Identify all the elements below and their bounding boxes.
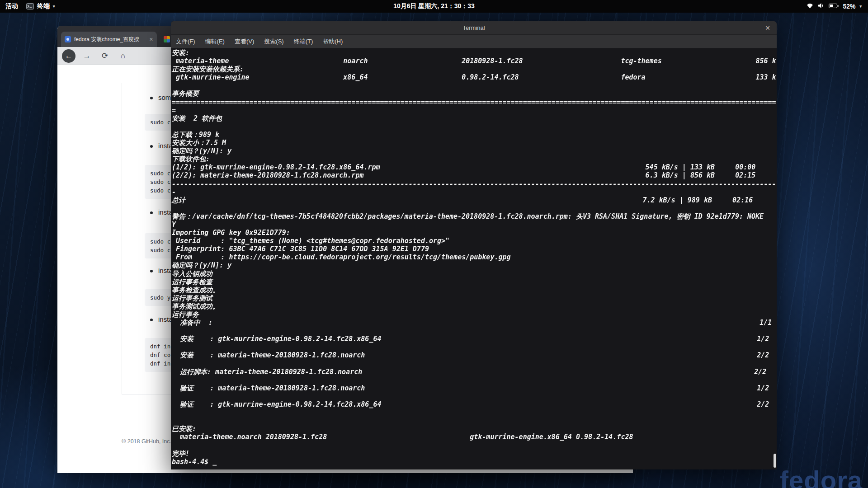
terminal-line: 安装 : materia-theme-20180928-1.fc28.noarc…	[172, 351, 776, 359]
terminal-line: 运行脚本: materia-theme-20180928-1.fc28.noar…	[172, 368, 776, 376]
bullet-icon	[150, 270, 153, 272]
terminal-line: 已安装:	[172, 425, 776, 433]
terminal-line	[172, 327, 776, 335]
top-bar: 活动 终端 ▾ 10月6日 星期六, 21：30：33 52% ▾	[0, 0, 868, 13]
reload-button[interactable]: ⟳	[98, 49, 112, 63]
github-footer-text: © 2018 GitHub, Inc.	[122, 438, 171, 445]
content-card-border	[122, 83, 122, 394]
battery-icon	[829, 3, 839, 10]
terminal-line: Importing GPG key 0x92E1D779:	[172, 229, 776, 237]
terminal-line: 验证 : gtk-murrine-engine-0.98.2-14.fc28.x…	[172, 400, 776, 408]
tab-close-icon[interactable]: ✕	[149, 37, 153, 42]
list-item: insta	[150, 267, 173, 274]
terminal-line: 事务测试成功。	[172, 302, 776, 310]
terminal-line: Fingerprint: 63BC 47A6 C71C 3C85 11D0 8C…	[172, 245, 776, 253]
terminal-line: Y	[172, 221, 776, 229]
terminal-window: Terminal ✕ 文件(F)编辑(E)查看(V)搜索(S)终端(T)帮助(H…	[171, 21, 777, 469]
list-item: insta	[150, 315, 173, 323]
terminal-line: 警告：/var/cache/dnf/tcg-themes-7b5cf484820…	[172, 212, 776, 221]
terminal-titlebar[interactable]: Terminal ✕	[171, 21, 777, 35]
terminal-line: bash-4.4$ _	[172, 458, 776, 466]
terminal-line: 导入公钥成功	[172, 270, 776, 278]
terminal-line: 运行事务	[172, 310, 776, 319]
menu-item[interactable]: 帮助(H)	[318, 35, 348, 48]
second-tab-favicon-icon[interactable]	[164, 36, 170, 42]
terminal-line: 总下载：989 k	[172, 131, 776, 139]
menu-item[interactable]: 搜索(S)	[259, 35, 288, 48]
terminal-line: (1/2): gtk-murrine-engine-0.98.2-14.fc28…	[172, 163, 776, 171]
terminal-menubar: 文件(F)编辑(E)查看(V)搜索(S)终端(T)帮助(H)	[171, 35, 777, 48]
terminal-line: materia-theme noarch 20180928-1.fc28 tcg…	[172, 57, 776, 65]
bullet-icon	[150, 319, 153, 321]
terminal-line: (2/2): materia-theme-20180928-1.fc28.noa…	[172, 171, 776, 179]
bullet-text: insta	[158, 267, 173, 274]
menu-item[interactable]: 查看(V)	[230, 35, 259, 48]
bullet-icon	[150, 211, 153, 214]
network-icon	[807, 3, 813, 10]
terminal-line	[172, 417, 776, 425]
chevron-down-icon: ▾	[859, 4, 862, 9]
terminal-line: 安装 : gtk-murrine-engine-0.98.2-14.fc28.x…	[172, 335, 776, 343]
battery-percent: 52%	[843, 3, 855, 10]
menu-item[interactable]: 编辑(E)	[200, 35, 230, 48]
terminal-line: gtk-murrine-engine x86_64 0.98.2-14.fc28…	[172, 73, 776, 81]
bullet-text: som	[158, 94, 171, 101]
terminal-line: From : https://copr-be.cloud.fedoraproje…	[172, 253, 776, 261]
list-item: som	[150, 94, 171, 101]
terminal-line	[172, 408, 776, 417]
bullet-icon	[150, 97, 153, 99]
terminal-line: 事务检查成功。	[172, 286, 776, 294]
terminal-line: -	[172, 188, 776, 196]
terminal-line: 正在安装安装依赖关系:	[172, 65, 776, 73]
back-button[interactable]: ←	[62, 49, 75, 63]
terminal-line: ========================================…	[172, 98, 776, 106]
bullet-icon	[150, 145, 153, 148]
bullet-text: insta	[158, 142, 173, 150]
volume-icon	[817, 3, 825, 10]
terminal-line: materia-theme.noarch 20180928-1.fc28 gtk…	[172, 433, 776, 441]
tab-title: fedora 安装chrome_百度搜	[74, 36, 146, 43]
terminal-line: 事务概要	[172, 89, 776, 98]
terminal-line: 完毕!	[172, 450, 776, 458]
terminal-line: 安装大小：7.5 M	[172, 139, 776, 147]
terminal-line: 总计 7.2 kB/s | 989 kB 02:16	[172, 196, 776, 204]
terminal-line: 验证 : materia-theme-20180928-1.fc28.noarc…	[172, 384, 776, 392]
terminal-line	[172, 392, 776, 400]
menu-item[interactable]: 文件(F)	[171, 35, 200, 48]
scrollbar-thumb[interactable]	[774, 454, 776, 468]
home-button[interactable]: ⌂	[116, 49, 130, 63]
bullet-text: insta	[158, 208, 173, 216]
desktop-background: fedora fedora 安装chrome_百度搜 ✕ ← → ⟳ ⌂ som…	[0, 0, 868, 488]
terminal-line: 准备中 : 1/1	[172, 319, 776, 327]
terminal-line	[172, 343, 776, 351]
terminal-line: 安装 2 软件包	[172, 114, 776, 122]
terminal-line: =	[172, 106, 776, 114]
terminal-line: Userid : "tcg_themes (None) <tcg#themes@…	[172, 237, 776, 245]
terminal-line: ----------------------------------------…	[172, 180, 776, 188]
close-window-icon[interactable]: ✕	[765, 21, 770, 35]
terminal-window-title: Terminal	[462, 24, 485, 31]
page-favicon-icon	[65, 36, 71, 42]
terminal-line	[172, 441, 776, 450]
browser-tab-active[interactable]: fedora 安装chrome_百度搜 ✕	[61, 32, 157, 47]
clock[interactable]: 10月6日 星期六, 21：30：33	[0, 2, 868, 10]
menu-item[interactable]: 终端(T)	[289, 35, 318, 48]
terminal-line	[172, 376, 776, 384]
system-status-area[interactable]: 52% ▾	[804, 0, 864, 13]
fedora-wallpaper-logo: fedora	[780, 465, 863, 488]
terminal-line: 安装:	[172, 49, 776, 57]
terminal-output[interactable]: 安装: materia-theme noarch 20180928-1.fc28…	[171, 48, 777, 469]
terminal-line	[172, 204, 776, 212]
terminal-line: 下载软件包:	[172, 155, 776, 163]
forward-button[interactable]: →	[80, 49, 94, 63]
terminal-line	[172, 122, 776, 131]
terminal-line: 运行事务检查	[172, 278, 776, 286]
bullet-text: insta	[158, 315, 173, 323]
list-item: insta	[150, 208, 173, 216]
list-item: insta	[150, 142, 173, 150]
terminal-line: 确定吗？[y/N]: y	[172, 261, 776, 269]
terminal-line: 确定吗？[y/N]: y	[172, 147, 776, 155]
terminal-line	[172, 360, 776, 368]
terminal-line	[172, 81, 776, 89]
terminal-line: 运行事务测试	[172, 294, 776, 302]
